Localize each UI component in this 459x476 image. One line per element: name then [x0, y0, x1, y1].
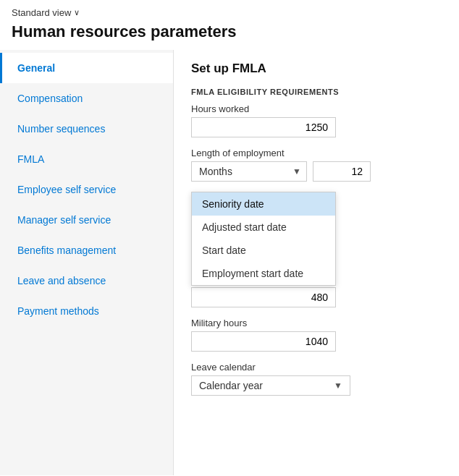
- hours-worked-group: Hours worked: [191, 103, 442, 137]
- leave-calendar-value: Calendar year: [199, 380, 263, 391]
- hours-worked-input[interactable]: [191, 117, 336, 137]
- sidebar-item-payment-methods[interactable]: Payment methods: [0, 296, 173, 326]
- sidebar: General Compensation Number sequences FM…: [0, 50, 174, 475]
- main-layout: General Compensation Number sequences FM…: [0, 50, 459, 475]
- leave-calendar-label: Leave calendar: [191, 362, 442, 373]
- top-bar: Standard view ∨: [0, 0, 459, 21]
- section-title: Set up FMLA: [191, 61, 442, 76]
- sidebar-item-employee-self-service[interactable]: Employee self service: [0, 174, 173, 205]
- length-of-employment-group: Length of employment Months ▼: [191, 148, 442, 182]
- eligibility-option-start-date[interactable]: Start date: [192, 239, 335, 262]
- eligibility-date-group: Eligibility date priority sequence Senio…: [191, 192, 442, 247]
- eligibility-dropdown-menu: Seniority date Adjusted start date Start…: [191, 192, 336, 286]
- page-title: Human resources parameters: [0, 21, 459, 50]
- sidebar-item-general[interactable]: General: [0, 53, 173, 83]
- sidebar-item-compensation[interactable]: Compensation: [0, 83, 173, 114]
- eligibility-option-employment-start-date[interactable]: Employment start date: [192, 262, 335, 285]
- eligibility-header: FMLA ELIGIBILITY REQUIREMENTS: [191, 88, 442, 96]
- leave-calendar-group: Leave calendar Calendar year ▼: [191, 362, 442, 396]
- eligibility-option-seniority-date[interactable]: Seniority date: [192, 192, 335, 216]
- length-dropdown-arrow-icon: ▼: [292, 166, 301, 177]
- length-of-employment-label: Length of employment: [191, 148, 442, 158]
- leave-calendar-arrow-icon: ▼: [334, 381, 342, 391]
- main-content: Set up FMLA FMLA ELIGIBILITY REQUIREMENT…: [174, 50, 459, 475]
- length-row: Months ▼: [191, 161, 442, 182]
- leave-calendar-dropdown[interactable]: Calendar year ▼: [191, 375, 350, 396]
- chevron-down-icon[interactable]: ∨: [74, 8, 80, 17]
- eligibility-row: Seniority date Adjusted start date Start…: [191, 205, 442, 247]
- standard-hours-input[interactable]: [191, 287, 336, 307]
- eligibility-option-adjusted-start-date[interactable]: Adjusted start date: [192, 216, 335, 239]
- sidebar-item-manager-self-service[interactable]: Manager self service: [0, 205, 173, 235]
- sidebar-item-leave-and-absence[interactable]: Leave and absence: [0, 265, 173, 296]
- sidebar-item-benefits-management[interactable]: Benefits management: [0, 235, 173, 265]
- length-number-input[interactable]: [313, 161, 371, 182]
- military-hours-input[interactable]: [191, 331, 336, 352]
- sidebar-item-fmla[interactable]: FMLA: [0, 144, 173, 174]
- military-hours-group: Military hours: [191, 318, 442, 352]
- hours-worked-label: Hours worked: [191, 103, 442, 114]
- length-dropdown-value: Months: [199, 166, 232, 177]
- length-dropdown-wrapper: Months ▼: [191, 161, 307, 182]
- length-dropdown[interactable]: Months ▼: [191, 161, 307, 182]
- military-hours-label: Military hours: [191, 318, 442, 328]
- view-label[interactable]: Standard view: [12, 7, 71, 18]
- sidebar-item-number-sequences[interactable]: Number sequences: [0, 114, 173, 144]
